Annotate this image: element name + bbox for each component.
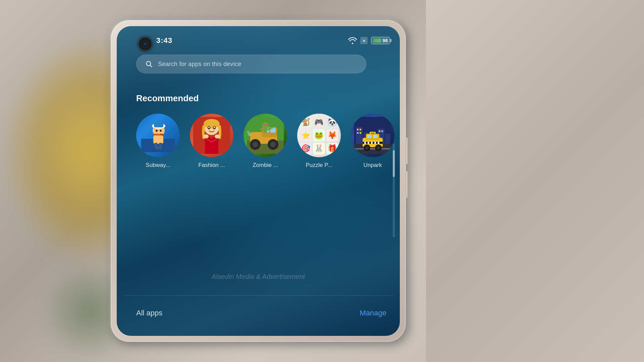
svg-point-16 xyxy=(204,119,220,128)
zombie-icon-bg xyxy=(244,114,287,157)
svg-rect-46 xyxy=(357,132,359,134)
app-label-zombie: Zombie ... xyxy=(253,162,278,169)
search-icon xyxy=(145,60,153,68)
puzzle-cell-7: 🎯 xyxy=(300,143,312,155)
phone-screen: 3:43 × 98 xyxy=(117,26,400,336)
subway-icon-bg xyxy=(136,114,180,157)
svg-rect-49 xyxy=(381,130,383,132)
all-apps-label[interactable]: All apps xyxy=(136,309,162,317)
svg-point-22 xyxy=(215,134,220,138)
app-icon-fashion xyxy=(190,114,233,157)
apps-row: Subway... xyxy=(136,114,386,169)
svg-point-33 xyxy=(262,122,269,129)
svg-rect-47 xyxy=(360,132,361,134)
svg-line-1 xyxy=(150,65,152,67)
background-right xyxy=(426,0,644,362)
search-icon-svg xyxy=(145,60,153,68)
watermark: Alaedin Media & Advertisement xyxy=(117,273,400,281)
svg-point-63 xyxy=(365,146,369,149)
status-icons: × 98 xyxy=(348,37,390,44)
svg-rect-11 xyxy=(153,135,163,144)
svg-point-21 xyxy=(203,134,209,138)
app-label-subway: Subway... xyxy=(146,162,170,169)
svg-point-19 xyxy=(208,127,210,128)
puzzle-icon-bg: 🐒 🎮 🐼 ⭐ 🐸 🦊 🎯 🐰 🎁 xyxy=(297,114,341,157)
app-icon-subway xyxy=(136,114,180,157)
search-placeholder: Search for apps on this device xyxy=(158,61,241,68)
battery-indicator: 98 xyxy=(371,37,390,44)
phone-device: 3:43 × 98 xyxy=(111,20,413,349)
puzzle-cell-8: 🐰 xyxy=(313,143,325,155)
fashion-icon-bg xyxy=(190,114,233,157)
svg-rect-55 xyxy=(373,135,378,138)
svg-rect-51 xyxy=(354,148,391,149)
svg-rect-61 xyxy=(378,142,379,144)
svg-rect-58 xyxy=(368,142,369,144)
x-label: × xyxy=(363,38,366,43)
svg-point-36 xyxy=(266,124,267,125)
svg-rect-60 xyxy=(374,142,376,144)
recommended-section: Recommended xyxy=(123,93,400,169)
app-item-subway[interactable]: Subway... xyxy=(136,114,180,169)
subway-art xyxy=(141,119,175,152)
recommended-title: Recommended xyxy=(136,93,386,104)
manage-label[interactable]: Manage xyxy=(360,309,386,317)
app-label-unpark: Unpark xyxy=(364,162,382,169)
app-label-fashion: Fashion ... xyxy=(198,162,225,169)
app-item-zombie[interactable]: Zombie ... xyxy=(244,114,287,169)
scroll-thumb xyxy=(393,150,395,177)
zombie-art xyxy=(247,117,284,154)
all-apps-bar: All apps Manage xyxy=(123,309,400,317)
svg-point-65 xyxy=(377,146,380,149)
search-bar-container[interactable]: Search for apps on this device xyxy=(123,55,380,73)
puzzle-cell-1: 🐒 xyxy=(300,116,312,128)
status-time: 3:43 xyxy=(156,36,172,45)
app-item-fashion[interactable]: Fashion ... xyxy=(190,114,233,169)
battery-bar xyxy=(373,39,381,43)
status-bar: 3:43 × 98 xyxy=(123,32,400,49)
search-bar[interactable]: Search for apps on this device xyxy=(136,55,366,73)
svg-text:TAXI: TAXI xyxy=(371,132,375,134)
svg-point-35 xyxy=(263,124,265,125)
app-item-puzzle[interactable]: 🐒 🎮 🐼 ⭐ 🐸 🦊 🎯 🐰 🎁 Puzzle xyxy=(297,114,341,169)
svg-rect-48 xyxy=(379,130,380,132)
svg-rect-54 xyxy=(367,135,372,138)
status-x-icon: × xyxy=(360,37,368,44)
svg-rect-45 xyxy=(360,129,361,130)
section-divider xyxy=(123,295,393,296)
unpark-icon-bg: TAXI xyxy=(351,114,394,157)
app-icon-zombie xyxy=(244,114,287,157)
puzzle-cell-4: ⭐ xyxy=(300,129,312,141)
svg-rect-59 xyxy=(371,142,373,144)
fashion-art xyxy=(193,117,230,154)
app-icon-puzzle: 🐒 🎮 🐼 ⭐ 🐸 🦊 🎯 🐰 🎁 xyxy=(297,114,341,157)
puzzle-cell-9: 🎁 xyxy=(326,143,338,155)
puzzle-cell-5: 🐸 xyxy=(313,129,325,141)
phone-body: 3:43 × 98 xyxy=(111,20,406,342)
puzzle-cell-3: 🐼 xyxy=(326,116,338,128)
svg-point-7 xyxy=(156,130,158,132)
app-item-unpark[interactable]: TAXI Unpark xyxy=(351,114,394,169)
svg-point-8 xyxy=(160,130,162,132)
svg-point-38 xyxy=(247,131,250,133)
svg-point-32 xyxy=(270,142,276,147)
svg-rect-44 xyxy=(357,129,359,130)
app-icon-unpark: TAXI xyxy=(351,114,394,157)
svg-point-30 xyxy=(253,142,258,147)
svg-point-0 xyxy=(146,61,151,66)
camera-lens xyxy=(142,40,149,48)
battery-percent: 98 xyxy=(382,38,388,43)
app-label-puzzle: Puzzle P... xyxy=(306,162,332,169)
front-camera xyxy=(138,37,152,51)
phone-volume-button xyxy=(405,137,408,164)
svg-point-20 xyxy=(214,127,215,128)
phone-power-button xyxy=(405,171,408,198)
svg-rect-57 xyxy=(364,142,366,144)
svg-rect-6 xyxy=(156,122,161,125)
puzzle-cell-6: 🦊 xyxy=(326,129,338,141)
puzzle-cell-2: 🎮 xyxy=(313,116,325,128)
wifi-icon xyxy=(348,37,357,44)
unpark-art: TAXI xyxy=(354,117,391,154)
scroll-indicator[interactable] xyxy=(393,143,395,237)
